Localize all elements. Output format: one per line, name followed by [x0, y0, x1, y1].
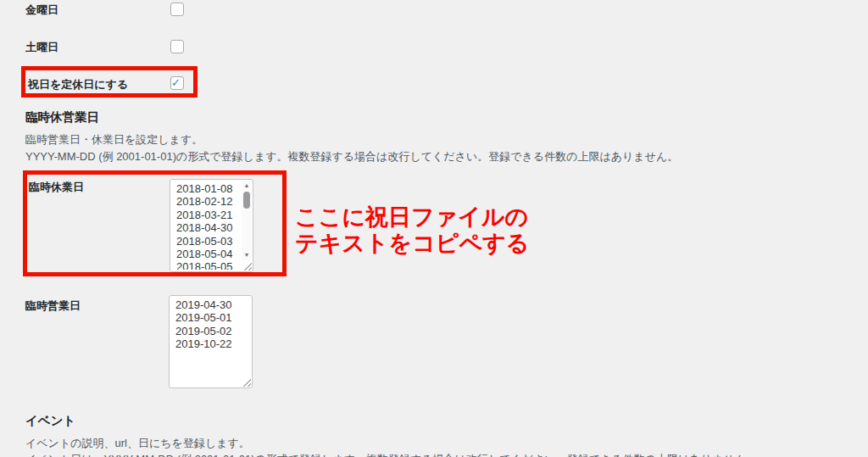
- closed-date: 2018-04-30: [176, 221, 241, 234]
- open-date: 2019-05-01: [175, 311, 250, 324]
- open-days-list: 2019-04-30 2019-05-01 2019-05-02 2019-10…: [170, 296, 250, 386]
- holiday-closed-checkbox[interactable]: ✓: [170, 76, 184, 90]
- event-section-heading: イベント: [25, 413, 75, 429]
- closed-days-list: 2018-01-08 2018-02-12 2018-03-21 2018-04…: [170, 180, 241, 270]
- saturday-checkbox[interactable]: [170, 40, 184, 53]
- annotation-note: ここに祝日ファイルの テキストをコピペする: [295, 204, 529, 257]
- saturday-label: 土曜日: [25, 40, 58, 55]
- scroll-down-icon[interactable]: ▼: [242, 251, 252, 259]
- temporary-section-heading: 臨時休営業日: [25, 109, 99, 125]
- event-section-description-2: イベント日は、YYYY-MM-DD (例 2001-01-01)の形式で登録しま…: [25, 452, 757, 457]
- scrollbar-thumb[interactable]: [243, 192, 250, 209]
- event-section-description-1: イベントの説明、url、日にちを登録します。: [25, 436, 250, 451]
- closed-date: 2018-05-04: [176, 248, 241, 260]
- textarea-scrollbar[interactable]: ▲ ▼: [242, 181, 252, 260]
- settings-page: 金曜日 土曜日 祝日を定休日にする ✓ 臨時休営業日 臨時営業日・休業日を設定し…: [0, 0, 868, 457]
- annotation-line-2: テキストをコピペする: [295, 231, 529, 257]
- closed-days-textarea[interactable]: 2018-01-08 2018-02-12 2018-03-21 2018-04…: [170, 179, 253, 272]
- holiday-closed-label: 祝日を定休日にする: [28, 77, 128, 92]
- resize-handle-icon[interactable]: [243, 262, 252, 270]
- closed-date: 2018-03-21: [176, 209, 241, 221]
- open-days-textarea[interactable]: 2019-04-30 2019-05-01 2019-05-02 2019-10…: [169, 295, 253, 388]
- closed-date: 2018-05-03: [176, 235, 241, 248]
- check-icon: ✓: [171, 76, 181, 89]
- open-date: 2019-05-02: [175, 325, 250, 337]
- friday-checkbox[interactable]: [170, 3, 184, 16]
- friday-label: 金曜日: [25, 3, 58, 18]
- closed-days-label: 臨時休業日: [29, 180, 84, 195]
- closed-date: 2018-05-05: [176, 260, 241, 270]
- annotation-line-1: ここに祝日ファイルの: [295, 204, 529, 231]
- open-date: 2019-10-22: [175, 337, 250, 350]
- closed-date: 2018-02-12: [176, 195, 241, 208]
- open-days-label: 臨時営業日: [25, 298, 81, 314]
- closed-date: 2018-01-08: [176, 182, 241, 195]
- temporary-section-description-1: 臨時営業日・休業日を設定します。: [25, 132, 203, 148]
- open-date: 2019-04-30: [175, 298, 250, 311]
- scroll-up-icon[interactable]: ▲: [242, 181, 252, 190]
- temporary-section-description-2: YYYY-MM-DD (例 2001-01-01)の形式で登録します。複数登録す…: [25, 149, 678, 164]
